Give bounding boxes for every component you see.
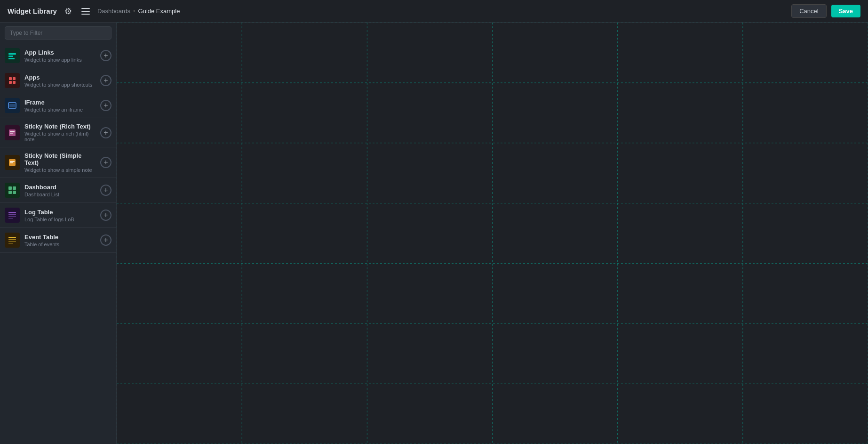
add-widget-button-iframe[interactable]: + <box>100 100 111 111</box>
svg-rect-22 <box>8 218 13 219</box>
widget-text-sticky-rich: Sticky Note (Rich Text) Widget to show a… <box>24 123 96 142</box>
widget-name-event-table: Event Table <box>24 234 96 241</box>
svg-rect-5 <box>9 81 12 84</box>
topbar-left: Widget Library ⚙ Dashboards • Guide Exam… <box>8 4 180 18</box>
svg-rect-24 <box>8 239 16 240</box>
widget-name-log-table: Log Table <box>24 209 96 216</box>
current-page-label: Guide Example <box>138 8 180 15</box>
canvas-area[interactable] <box>117 23 868 444</box>
widget-name-iframe: IFrame <box>24 99 96 106</box>
widget-text-sticky-simple: Sticky Note (Simple Text) Widget to show… <box>24 152 96 173</box>
widget-list: App Links Widget to show app links + App… <box>0 41 116 255</box>
widget-icon-sticky-simple <box>5 155 20 170</box>
svg-rect-17 <box>8 191 12 194</box>
svg-rect-19 <box>8 212 16 213</box>
gear-icon: ⚙ <box>64 6 72 16</box>
hamburger-button[interactable] <box>80 6 92 16</box>
widget-text-event-table: Event Table Table of events <box>24 234 96 247</box>
svg-rect-1 <box>8 56 13 57</box>
svg-rect-23 <box>8 237 16 238</box>
breadcrumb: Dashboards • Guide Example <box>97 8 180 15</box>
svg-rect-14 <box>10 162 13 163</box>
widget-item-sticky-simple[interactable]: Sticky Note (Simple Text) Widget to show… <box>0 147 116 178</box>
svg-rect-2 <box>8 58 15 59</box>
widget-text-dashboard: Dashboard Dashboard List <box>24 184 96 197</box>
widget-icon-app-links <box>5 48 20 63</box>
save-button[interactable]: Save <box>831 5 860 17</box>
svg-rect-6 <box>13 81 16 84</box>
widget-desc-sticky-rich: Widget to show a rich (html) note <box>24 131 96 142</box>
widget-desc-apps: Widget to show app shortcuts <box>24 82 96 88</box>
widget-text-apps: Apps Widget to show app shortcuts <box>24 74 96 88</box>
widget-desc-log-table: Log Table of logs LoB <box>24 217 96 222</box>
widget-name-apps: Apps <box>24 74 96 81</box>
add-widget-button-sticky-simple[interactable]: + <box>100 157 111 168</box>
add-widget-button-sticky-rich[interactable]: + <box>100 127 111 138</box>
widget-item-sticky-rich[interactable]: Sticky Note (Rich Text) Widget to show a… <box>0 118 116 147</box>
svg-rect-18 <box>13 191 16 194</box>
svg-rect-0 <box>8 53 16 55</box>
widget-name-dashboard: Dashboard <box>24 184 96 191</box>
add-widget-button-log-table[interactable]: + <box>100 210 111 221</box>
widget-icon-dashboard <box>5 183 20 198</box>
widget-item-event-table[interactable]: Event Table Table of events + <box>0 228 116 253</box>
gear-button[interactable]: ⚙ <box>63 4 74 18</box>
widget-desc-sticky-simple: Widget to show a simple note <box>24 167 96 173</box>
svg-rect-3 <box>9 77 12 80</box>
main-layout: App Links Widget to show app links + App… <box>0 23 868 444</box>
add-widget-button-app-links[interactable]: + <box>100 50 111 61</box>
filter-wrap <box>0 23 116 41</box>
topbar-right: Cancel Save <box>791 4 860 18</box>
add-widget-button-dashboard[interactable]: + <box>100 185 111 196</box>
svg-rect-8 <box>9 104 15 107</box>
widget-icon-apps <box>5 73 20 88</box>
widget-item-apps[interactable]: Apps Widget to show app shortcuts + <box>0 68 116 93</box>
add-widget-button-event-table[interactable]: + <box>100 234 111 246</box>
widget-icon-event-table <box>5 233 20 248</box>
widget-library-sidebar: App Links Widget to show app links + App… <box>0 23 117 444</box>
svg-rect-15 <box>8 186 12 190</box>
widget-name-app-links: App Links <box>24 49 96 56</box>
widget-text-iframe: IFrame Widget to show an iframe <box>24 99 96 113</box>
widget-library-title: Widget Library <box>8 7 57 15</box>
breadcrumb-separator: • <box>133 8 135 15</box>
widget-text-log-table: Log Table Log Table of logs LoB <box>24 209 96 222</box>
widget-icon-sticky-rich <box>5 125 20 140</box>
widget-desc-app-links: Widget to show app links <box>24 57 96 63</box>
svg-rect-25 <box>8 241 16 242</box>
grid-canvas <box>117 23 868 444</box>
widget-item-dashboard[interactable]: Dashboard Dashboard List + <box>0 178 116 203</box>
dashboards-link[interactable]: Dashboards <box>97 8 130 15</box>
widget-icon-log-table <box>5 208 20 223</box>
svg-rect-11 <box>10 133 13 134</box>
widget-desc-iframe: Widget to show an iframe <box>24 107 96 113</box>
widget-name-sticky-simple: Sticky Note (Simple Text) <box>24 152 96 166</box>
topbar: Widget Library ⚙ Dashboards • Guide Exam… <box>0 0 868 23</box>
svg-rect-20 <box>8 214 16 215</box>
widget-item-log-table[interactable]: Log Table Log Table of logs LoB + <box>0 203 116 228</box>
cancel-button[interactable]: Cancel <box>791 4 826 18</box>
widget-item-app-links[interactable]: App Links Widget to show app links + <box>0 43 116 68</box>
widget-icon-iframe <box>5 98 20 113</box>
widget-name-sticky-rich: Sticky Note (Rich Text) <box>24 123 96 130</box>
widget-text-app-links: App Links Widget to show app links <box>24 49 96 63</box>
svg-rect-26 <box>8 243 13 244</box>
filter-input[interactable] <box>5 26 111 40</box>
svg-rect-10 <box>10 131 15 132</box>
svg-rect-13 <box>10 161 15 162</box>
widget-item-iframe[interactable]: IFrame Widget to show an iframe + <box>0 93 116 118</box>
grid-svg <box>117 23 868 444</box>
svg-rect-4 <box>13 77 16 80</box>
svg-rect-21 <box>8 216 16 217</box>
widget-desc-event-table: Table of events <box>24 242 96 247</box>
add-widget-button-apps[interactable]: + <box>100 75 111 86</box>
widget-desc-dashboard: Dashboard List <box>24 192 96 197</box>
svg-rect-16 <box>13 186 16 190</box>
